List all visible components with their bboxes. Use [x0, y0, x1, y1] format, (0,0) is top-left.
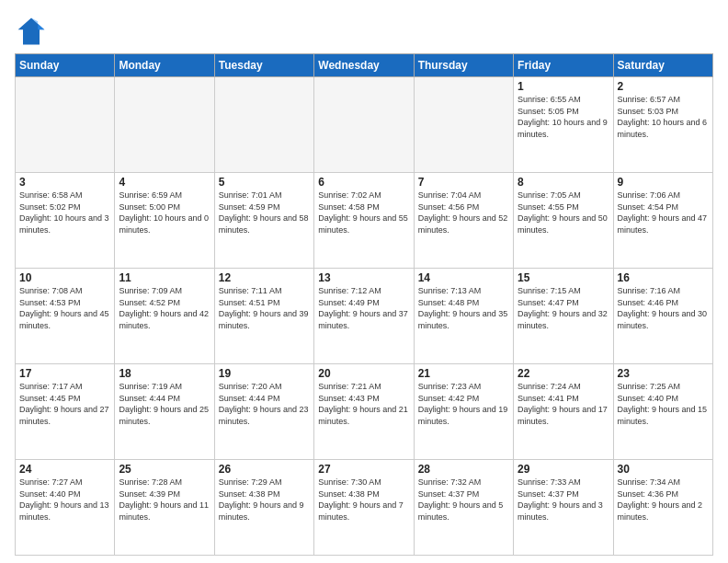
logo: [15, 15, 51, 48]
calendar-day-cell: 26Sunrise: 7:29 AM Sunset: 4:38 PM Dayli…: [214, 460, 313, 556]
calendar-day-cell: 9Sunrise: 7:06 AM Sunset: 4:54 PM Daylig…: [613, 173, 712, 269]
calendar-day-cell: 3Sunrise: 6:58 AM Sunset: 5:02 PM Daylig…: [16, 173, 115, 269]
calendar-day-cell: 12Sunrise: 7:11 AM Sunset: 4:51 PM Dayli…: [214, 269, 313, 364]
calendar-weekday-header: Saturday: [613, 54, 712, 77]
day-number: 5: [219, 176, 310, 189]
day-info: Sunrise: 7:04 AM Sunset: 4:56 PM Dayligh…: [418, 190, 509, 236]
calendar-day-cell: [314, 77, 414, 173]
calendar-week-row: 3Sunrise: 6:58 AM Sunset: 5:02 PM Daylig…: [16, 173, 713, 269]
calendar-day-cell: 23Sunrise: 7:25 AM Sunset: 4:40 PM Dayli…: [613, 364, 712, 460]
calendar-week-row: 24Sunrise: 7:27 AM Sunset: 4:40 PM Dayli…: [16, 460, 713, 556]
calendar-day-cell: 28Sunrise: 7:32 AM Sunset: 4:37 PM Dayli…: [414, 460, 513, 556]
day-number: 11: [119, 271, 210, 284]
day-info: Sunrise: 7:12 AM Sunset: 4:49 PM Dayligh…: [318, 285, 409, 331]
calendar-day-cell: 15Sunrise: 7:15 AM Sunset: 4:47 PM Dayli…: [514, 269, 613, 364]
calendar-day-cell: 17Sunrise: 7:17 AM Sunset: 4:45 PM Dayli…: [16, 364, 115, 460]
day-number: 24: [19, 463, 110, 476]
day-info: Sunrise: 7:11 AM Sunset: 4:51 PM Dayligh…: [219, 285, 310, 331]
calendar-weekday-header: Monday: [115, 54, 214, 77]
calendar-day-cell: 22Sunrise: 7:24 AM Sunset: 4:41 PM Dayli…: [514, 364, 613, 460]
day-number: 23: [618, 367, 709, 380]
day-number: 3: [19, 176, 110, 189]
day-number: 1: [518, 80, 609, 93]
day-number: 14: [418, 271, 509, 284]
calendar-day-cell: 24Sunrise: 7:27 AM Sunset: 4:40 PM Dayli…: [16, 460, 115, 556]
calendar-weekday-header: Thursday: [414, 54, 513, 77]
day-number: 18: [119, 367, 210, 380]
calendar-day-cell: 8Sunrise: 7:05 AM Sunset: 4:55 PM Daylig…: [514, 173, 613, 269]
calendar-day-cell: 21Sunrise: 7:23 AM Sunset: 4:42 PM Dayli…: [414, 364, 513, 460]
day-info: Sunrise: 7:13 AM Sunset: 4:48 PM Dayligh…: [418, 285, 509, 331]
day-info: Sunrise: 7:08 AM Sunset: 4:53 PM Dayligh…: [19, 285, 110, 331]
day-number: 22: [518, 367, 609, 380]
calendar-day-cell: 14Sunrise: 7:13 AM Sunset: 4:48 PM Dayli…: [414, 269, 513, 364]
calendar-weekday-header: Tuesday: [214, 54, 313, 77]
day-number: 9: [618, 176, 709, 189]
day-info: Sunrise: 7:29 AM Sunset: 4:38 PM Dayligh…: [219, 477, 310, 523]
calendar-day-cell: [115, 77, 214, 173]
day-info: Sunrise: 7:01 AM Sunset: 4:59 PM Dayligh…: [219, 190, 310, 236]
day-info: Sunrise: 7:32 AM Sunset: 4:37 PM Dayligh…: [418, 477, 509, 523]
day-info: Sunrise: 7:21 AM Sunset: 4:43 PM Dayligh…: [318, 381, 409, 427]
day-info: Sunrise: 7:15 AM Sunset: 4:47 PM Dayligh…: [518, 285, 609, 331]
day-number: 27: [318, 463, 409, 476]
day-info: Sunrise: 7:06 AM Sunset: 4:54 PM Dayligh…: [618, 190, 709, 236]
day-number: 30: [618, 463, 709, 476]
calendar-day-cell: 11Sunrise: 7:09 AM Sunset: 4:52 PM Dayli…: [115, 269, 214, 364]
day-number: 8: [518, 176, 609, 189]
calendar-day-cell: 16Sunrise: 7:16 AM Sunset: 4:46 PM Dayli…: [613, 269, 712, 364]
day-number: 2: [618, 80, 709, 93]
calendar-day-cell: 19Sunrise: 7:20 AM Sunset: 4:44 PM Dayli…: [214, 364, 313, 460]
calendar-weekday-header: Wednesday: [314, 54, 414, 77]
day-info: Sunrise: 7:09 AM Sunset: 4:52 PM Dayligh…: [119, 285, 210, 331]
day-number: 25: [119, 463, 210, 476]
calendar-weekday-header: Friday: [514, 54, 613, 77]
calendar-day-cell: [16, 77, 115, 173]
day-number: 17: [19, 367, 110, 380]
calendar-day-cell: 1Sunrise: 6:55 AM Sunset: 5:05 PM Daylig…: [514, 77, 613, 173]
day-number: 29: [518, 463, 609, 476]
svg-marker-0: [18, 18, 45, 45]
calendar-week-row: 10Sunrise: 7:08 AM Sunset: 4:53 PM Dayli…: [16, 269, 713, 364]
day-number: 19: [219, 367, 310, 380]
day-info: Sunrise: 7:23 AM Sunset: 4:42 PM Dayligh…: [418, 381, 509, 427]
day-info: Sunrise: 7:19 AM Sunset: 4:44 PM Dayligh…: [119, 381, 210, 427]
day-info: Sunrise: 7:34 AM Sunset: 4:36 PM Dayligh…: [618, 477, 709, 523]
day-number: 28: [418, 463, 509, 476]
day-number: 26: [219, 463, 310, 476]
day-info: Sunrise: 6:57 AM Sunset: 5:03 PM Dayligh…: [618, 94, 709, 140]
day-info: Sunrise: 7:05 AM Sunset: 4:55 PM Dayligh…: [518, 190, 609, 236]
calendar-week-row: 1Sunrise: 6:55 AM Sunset: 5:05 PM Daylig…: [16, 77, 713, 173]
calendar-week-row: 17Sunrise: 7:17 AM Sunset: 4:45 PM Dayli…: [16, 364, 713, 460]
calendar-day-cell: 29Sunrise: 7:33 AM Sunset: 4:37 PM Dayli…: [514, 460, 613, 556]
day-number: 21: [418, 367, 509, 380]
day-info: Sunrise: 7:27 AM Sunset: 4:40 PM Dayligh…: [19, 477, 110, 523]
day-info: Sunrise: 7:02 AM Sunset: 4:58 PM Dayligh…: [318, 190, 409, 236]
calendar-day-cell: 20Sunrise: 7:21 AM Sunset: 4:43 PM Dayli…: [314, 364, 414, 460]
day-info: Sunrise: 7:20 AM Sunset: 4:44 PM Dayligh…: [219, 381, 310, 427]
header: [15, 15, 713, 48]
calendar-day-cell: 2Sunrise: 6:57 AM Sunset: 5:03 PM Daylig…: [613, 77, 712, 173]
calendar-weekday-header: Sunday: [16, 54, 115, 77]
day-number: 7: [418, 176, 509, 189]
calendar-day-cell: 25Sunrise: 7:28 AM Sunset: 4:39 PM Dayli…: [115, 460, 214, 556]
logo-icon: [15, 15, 48, 48]
calendar-table: SundayMondayTuesdayWednesdayThursdayFrid…: [15, 53, 713, 556]
calendar-day-cell: [214, 77, 313, 173]
day-info: Sunrise: 6:59 AM Sunset: 5:00 PM Dayligh…: [119, 190, 210, 236]
calendar-day-cell: 30Sunrise: 7:34 AM Sunset: 4:36 PM Dayli…: [613, 460, 712, 556]
day-number: 13: [318, 271, 409, 284]
day-number: 10: [19, 271, 110, 284]
page: SundayMondayTuesdayWednesdayThursdayFrid…: [0, 0, 728, 563]
calendar-day-cell: 6Sunrise: 7:02 AM Sunset: 4:58 PM Daylig…: [314, 173, 414, 269]
day-info: Sunrise: 7:24 AM Sunset: 4:41 PM Dayligh…: [518, 381, 609, 427]
calendar-day-cell: 13Sunrise: 7:12 AM Sunset: 4:49 PM Dayli…: [314, 269, 414, 364]
day-number: 15: [518, 271, 609, 284]
calendar-day-cell: 10Sunrise: 7:08 AM Sunset: 4:53 PM Dayli…: [16, 269, 115, 364]
day-number: 12: [219, 271, 310, 284]
day-number: 16: [618, 271, 709, 284]
calendar-day-cell: 7Sunrise: 7:04 AM Sunset: 4:56 PM Daylig…: [414, 173, 513, 269]
calendar-header-row: SundayMondayTuesdayWednesdayThursdayFrid…: [16, 54, 713, 77]
day-info: Sunrise: 6:58 AM Sunset: 5:02 PM Dayligh…: [19, 190, 110, 236]
calendar-day-cell: 4Sunrise: 6:59 AM Sunset: 5:00 PM Daylig…: [115, 173, 214, 269]
